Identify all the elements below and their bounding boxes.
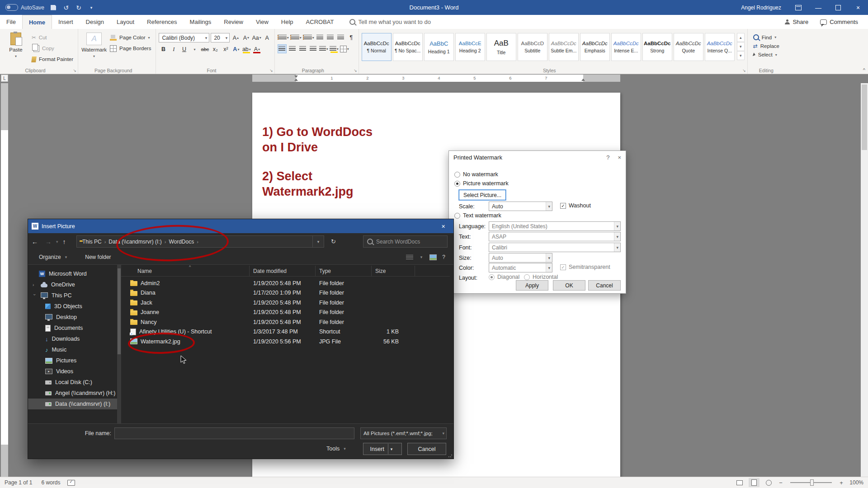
zoom-level[interactable]: 100%	[848, 479, 863, 486]
customize-qat-button[interactable]: ▾	[88, 3, 95, 13]
organize-button[interactable]: Organize▾	[39, 254, 69, 260]
page-color-button[interactable]: Page Color▾	[108, 33, 153, 42]
sidebar-scrollbar[interactable]	[117, 265, 121, 424]
language-select[interactable]: English (United States)▾	[489, 221, 621, 231]
resize-grip[interactable]	[448, 453, 453, 458]
sidebar-item-videos[interactable]: Videos	[28, 366, 117, 377]
text-watermark-radio[interactable]: Text watermark	[454, 212, 501, 219]
find-button[interactable]: Find▾	[753, 34, 779, 40]
horizontal-ruler[interactable]: 1 2 3 4 5 6 7	[252, 75, 620, 82]
no-watermark-radio[interactable]: No watermark	[454, 171, 498, 178]
address-bar[interactable]: This PC › Data (\\candmsrvr) (I:) › Word…	[76, 235, 324, 248]
picture-watermark-radio[interactable]: Picture watermark	[454, 180, 509, 187]
style-normal[interactable]: AaBbCcDc¶ Normal	[362, 33, 392, 61]
column-header-date-modified[interactable]: Date modified	[250, 266, 316, 276]
decrease-indent-button[interactable]	[316, 33, 325, 42]
dialog-launcher[interactable]: ↘	[354, 68, 357, 73]
sidebar-item-data-i-drive[interactable]: Data (\\candmsrvr) (I:)	[28, 399, 117, 409]
zoom-slider-thumb[interactable]	[810, 479, 814, 486]
sidebar-item-desktop[interactable]: Desktop	[28, 312, 117, 323]
autosave-toggle[interactable]: AutoSave	[5, 4, 44, 11]
up-button[interactable]: ↑	[59, 238, 70, 245]
cut-button[interactable]: ✂Cut	[30, 33, 75, 42]
numbering-button[interactable]: ▾	[290, 33, 302, 42]
share-button[interactable]: Share	[780, 17, 813, 27]
new-folder-button[interactable]: New folder	[85, 254, 111, 260]
italic-button[interactable]: I	[169, 45, 178, 54]
copy-button[interactable]: Copy	[30, 44, 75, 53]
font-family-select[interactable]: Calibri (Body)▾	[159, 33, 209, 42]
word-count[interactable]: 6 words	[37, 479, 65, 486]
paste-button[interactable]: Paste ▾	[3, 31, 29, 66]
tab-mailings[interactable]: Mailings	[184, 15, 218, 29]
tab-home[interactable]: Home	[22, 15, 52, 29]
sidebar-item-local-disk-c[interactable]: Local Disk (C:)	[28, 377, 117, 388]
file-row-afinety-shortcut[interactable]: Afinety Utilities (U) - Shortcut 1/3/201…	[121, 327, 450, 337]
right-indent-marker[interactable]	[581, 79, 585, 81]
undo-button[interactable]: ↺	[62, 3, 70, 13]
tab-file[interactable]: File	[0, 15, 22, 29]
text-effects-button[interactable]: A▾	[231, 45, 241, 54]
tab-layout[interactable]: Layout	[110, 15, 141, 29]
sidebar-item-onedrive[interactable]: ›OneDrive	[28, 279, 117, 290]
dialog-launcher[interactable]: ↘	[269, 68, 273, 73]
breadcrumb-this-pc[interactable]: This PC	[80, 239, 104, 245]
style-no-spacing[interactable]: AaBbCcDc¶ No Spac...	[393, 33, 423, 61]
page-indicator[interactable]: Page 1 of 1	[0, 479, 37, 486]
close-button[interactable]: ×	[848, 0, 868, 15]
style-subtle-emphasis[interactable]: AaBbCcDcSubtle Em...	[549, 33, 579, 61]
align-right-button[interactable]	[298, 44, 307, 53]
dialog-launcher[interactable]: ↘	[73, 68, 77, 73]
tab-view[interactable]: View	[250, 15, 275, 29]
gallery-up-button[interactable]: ▴	[737, 33, 745, 42]
color-select[interactable]: Automatic▾	[489, 263, 552, 272]
style-intense-emphasis[interactable]: AaBbCcDcIntense E...	[611, 33, 641, 61]
breadcrumb-worddocs[interactable]: WordDocs	[166, 239, 197, 245]
sidebar-item-pictures[interactable]: Pictures	[28, 355, 117, 366]
insert-dropdown-button[interactable]: ▾	[388, 444, 395, 454]
page-borders-button[interactable]: Page Borders	[108, 44, 153, 53]
shrink-font-button[interactable]: A▾	[241, 33, 250, 42]
grow-font-button[interactable]: A▴	[231, 33, 240, 42]
help-button[interactable]: ?	[442, 254, 445, 260]
style-heading-2[interactable]: AaBbCcEHeading 2	[455, 33, 485, 61]
comments-button[interactable]: Comments	[816, 17, 863, 27]
sidebar-item-angel-h-drive[interactable]: Angel (\\candmsrvr) (H:)	[28, 388, 117, 399]
sidebar-item-3d-objects[interactable]: 3D Objects	[28, 301, 117, 312]
underline-button[interactable]: U	[179, 45, 189, 54]
subscript-button[interactable]: x₂	[211, 45, 220, 54]
sidebar-item-downloads[interactable]: ↓Downloads	[28, 333, 117, 344]
search-box[interactable]: Search WordDocs	[363, 235, 448, 248]
justify-button[interactable]	[309, 44, 318, 53]
watermark-button[interactable]: Watermark ▾	[81, 31, 107, 66]
style-intense-quote[interactable]: AaBbCcDcIntense Q...	[705, 33, 735, 61]
horizontal-radio[interactable]: Horizontal	[524, 274, 558, 280]
insert-button[interactable]: Insert▾	[363, 443, 402, 455]
bullets-button[interactable]: ▾	[278, 33, 289, 42]
file-row-diana[interactable]: Diana 1/17/2020 1:09 PM File folder	[121, 288, 450, 298]
preview-pane-button[interactable]	[429, 254, 437, 260]
collapse-ribbon-button[interactable]: ^	[863, 67, 865, 73]
details-view-button[interactable]	[406, 255, 413, 260]
clear-formatting-button[interactable]: A	[263, 33, 272, 42]
borders-button[interactable]: ▾	[340, 44, 349, 53]
file-row-jack[interactable]: Jack 1/19/2020 5:48 PM File folder	[121, 298, 450, 308]
tab-selector[interactable]	[1, 75, 8, 82]
close-button[interactable]: ×	[618, 154, 621, 161]
help-button[interactable]: ?	[606, 154, 609, 161]
web-layout-button[interactable]	[763, 478, 774, 487]
scrollbar-thumb[interactable]	[862, 84, 867, 150]
indent-marker[interactable]	[294, 79, 298, 81]
washout-checkbox[interactable]: Washout	[560, 202, 591, 209]
font-size-select[interactable]: 20▾	[211, 33, 230, 42]
maximize-button[interactable]	[828, 0, 848, 15]
apply-button[interactable]: Apply	[516, 280, 548, 291]
gallery-down-button[interactable]: ▾	[737, 42, 745, 51]
breadcrumb-data-drive[interactable]: Data (\\candmsrvr) (I:)	[106, 239, 164, 245]
file-name-input[interactable]	[114, 427, 354, 439]
superscript-button[interactable]: x²	[221, 45, 230, 54]
sidebar-item-music[interactable]: ♪Music	[28, 344, 117, 355]
font-select[interactable]: Calibri▾	[489, 243, 621, 252]
highlight-button[interactable]: ab▾	[242, 45, 251, 54]
style-strong[interactable]: AaBbCcDcStrong	[642, 33, 672, 61]
